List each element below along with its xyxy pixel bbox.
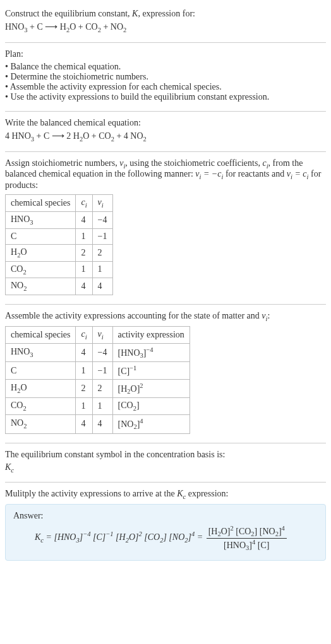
cell: 1 (76, 261, 92, 278)
kc-symbol-section: The equilibrium constant symbol in the c… (5, 443, 326, 483)
cell: H2O (6, 244, 76, 261)
multiply-line: Mulitply the activity expressions to arr… (5, 489, 326, 500)
cell: NO2 (6, 278, 76, 295)
activity-text-part: : (267, 311, 270, 320)
cell: −1 (92, 362, 112, 380)
cell: [HNO3]−4 (112, 343, 190, 361)
plan-item: Use the activity expressions to build th… (5, 92, 326, 102)
balanced-intro: Write the balanced chemical equation: (5, 118, 326, 128)
table-row: NO244[NO2]4 (6, 415, 190, 433)
col-header: chemical species (6, 195, 76, 212)
cell: −1 (92, 228, 112, 244)
activity-text-part: Assemble the activity expressions accoun… (5, 311, 262, 320)
cell: 2 (76, 244, 92, 261)
prompt-section: Construct the equilibrium constant, K, e… (5, 3, 326, 43)
cell: 1 (92, 398, 112, 415)
table-row: C1−1 (6, 228, 113, 244)
table-row: H2O22 (6, 244, 113, 261)
stoich-text-part: , using the stoichiometric coefficients, (125, 158, 262, 168)
answer-box: Answer: Kc = [HNO3]−4 [C]−1 [H2O]2 [CO2]… (5, 504, 326, 561)
activity-section: Assemble the activity expressions accoun… (5, 305, 326, 443)
table-row: NO244 (6, 278, 113, 295)
cell: [C]−1 (112, 362, 190, 380)
answer-expression: Kc = [HNO3]−4 [C]−1 [H2O]2 [CO2] [NO2]4 … (13, 525, 318, 551)
table-row: HNO34−4 (6, 211, 113, 228)
answer-label: Answer: (13, 511, 318, 521)
stoich-text-part: for reactants and (223, 169, 286, 179)
kc-symbol-line: The equilibrium constant symbol in the c… (5, 450, 326, 460)
cell: −4 (92, 211, 112, 228)
activity-table: chemical species ci νi activity expressi… (5, 326, 190, 434)
cell: [H2O]2 (112, 379, 190, 397)
cell: 2 (92, 244, 112, 261)
answer-denominator: [HNO3]4 [C] (207, 539, 287, 551)
unbalanced-equation: HNO3 + C ⟶ H2O + CO2 + NO2 (5, 21, 326, 33)
cell: 4 (76, 415, 92, 433)
stoich-section: Assign stoichiometric numbers, νi, using… (5, 152, 326, 305)
cell: 4 (76, 278, 92, 295)
stoich-table: chemical species ci νi HNO34−4 C1−1 H2O2… (5, 194, 113, 295)
table-row: H2O22[H2O]2 (6, 379, 190, 397)
cell: 4 (92, 415, 112, 433)
cell: −4 (92, 343, 112, 361)
stoich-text-part: Assign stoichiometric numbers, (5, 158, 119, 168)
prompt-text-a: Construct the equilibrium constant, (5, 9, 132, 18)
stoich-relation: νi = −ci (195, 169, 223, 179)
answer-fraction: [H2O]2 [CO2] [NO2]4[HNO3]4 [C] (207, 525, 287, 551)
col-header: ci (76, 195, 92, 212)
col-header: ci (76, 326, 92, 343)
cell: H2O (6, 379, 76, 397)
cell: 4 (92, 278, 112, 295)
cell: 4 (76, 211, 92, 228)
cell: CO2 (6, 261, 76, 278)
cell: NO2 (6, 415, 76, 433)
col-header: chemical species (6, 326, 76, 343)
plan-item: Assemble the activity expression for eac… (5, 82, 326, 92)
cell: 2 (92, 379, 112, 397)
prompt-text-b: , expression for: (138, 9, 195, 18)
cell: HNO3 (6, 211, 76, 228)
table-row: CO211 (6, 261, 113, 278)
cell: 2 (76, 379, 92, 397)
balanced-section: Write the balanced chemical equation: 4 … (5, 112, 326, 152)
cell: 1 (76, 228, 92, 244)
cell: CO2 (6, 398, 76, 415)
plan-item: Determine the stoichiometric numbers. (5, 72, 326, 82)
cell: C (6, 228, 76, 244)
cell: 4 (76, 343, 92, 361)
multiply-text-b: expression: (186, 489, 228, 498)
answer-section: Mulitply the activity expressions to arr… (5, 483, 326, 570)
prompt-K: K (132, 9, 138, 18)
nu-i-symbol: νi (119, 158, 125, 168)
kc-inline: Kc (177, 489, 186, 498)
cell: HNO3 (6, 343, 76, 361)
plan-title: Plan: (5, 49, 326, 59)
activity-text: Assemble the activity expressions accoun… (5, 311, 326, 322)
cell: [CO2] (112, 398, 190, 415)
table-header-row: chemical species ci νi (6, 195, 113, 212)
stoich-relation: νi = ci (287, 169, 309, 179)
plan-list: Balance the chemical equation. Determine… (5, 62, 326, 102)
table-row: C1−1[C]−1 (6, 362, 190, 380)
kc-symbol: Kc (5, 462, 326, 474)
table-header-row: chemical species ci νi activity expressi… (6, 326, 190, 343)
col-header: νi (92, 195, 112, 212)
c-i-symbol: ci (262, 158, 268, 168)
plan-section: Plan: Balance the chemical equation. Det… (5, 43, 326, 112)
cell: 1 (92, 261, 112, 278)
balanced-equation: 4 HNO3 + C ⟶ 2 H2O + CO2 + 4 NO2 (5, 131, 326, 143)
col-header: activity expression (112, 326, 190, 343)
cell: 1 (76, 362, 92, 380)
cell: C (6, 362, 76, 380)
cell: [NO2]4 (112, 415, 190, 433)
multiply-text-a: Mulitply the activity expressions to arr… (5, 489, 177, 498)
plan-item: Balance the chemical equation. (5, 62, 326, 72)
prompt-line-1: Construct the equilibrium constant, K, e… (5, 9, 326, 19)
col-header: νi (92, 326, 112, 343)
table-row: HNO34−4[HNO3]−4 (6, 343, 190, 361)
stoich-text: Assign stoichiometric numbers, νi, using… (5, 158, 326, 191)
answer-numerator: [H2O]2 [CO2] [NO2]4 (207, 525, 287, 538)
cell: 1 (76, 398, 92, 415)
table-row: CO211[CO2] (6, 398, 190, 415)
answer-lhs: Kc = [HNO3]−4 [C]−1 [H2O]2 [CO2] [NO2]4 … (35, 532, 205, 542)
